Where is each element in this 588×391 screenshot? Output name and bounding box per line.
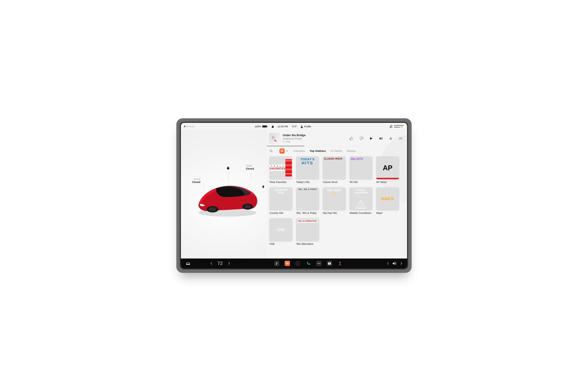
station-name: Country Hits <box>269 211 292 214</box>
car-visualization-panel: FrunkClosed TrunkClosed <box>181 130 267 259</box>
svg-rect-21 <box>282 151 282 152</box>
equalizer-icon[interactable] <box>399 137 403 140</box>
station-80s[interactable]: '80 Hits <box>350 156 372 184</box>
station-cover: T E S L AFAVORITESTTTTTTTTTTTTTTTTTTTT <box>269 156 292 179</box>
station-cover <box>323 156 346 179</box>
music-app-icon[interactable] <box>274 261 279 266</box>
tab-top-stations[interactable]: Top Stations <box>310 149 326 153</box>
station-name: Today's Hits <box>296 181 319 184</box>
chevron-down-icon <box>286 150 288 152</box>
svg-point-32 <box>317 263 318 264</box>
station-weekly[interactable]: TESLAWeekly Countdown <box>350 187 372 214</box>
station-ap[interactable]: APAP News <box>376 156 399 184</box>
svg-point-16 <box>401 138 402 139</box>
volume-controls <box>387 262 403 265</box>
thumbs-up-icon[interactable] <box>350 137 353 140</box>
arcade-app-icon[interactable] <box>337 261 343 266</box>
more-apps-icon[interactable] <box>316 261 322 266</box>
thumbs-down-icon[interactable] <box>359 137 363 140</box>
bottom-bar: 72 <box>181 259 407 268</box>
search-icon[interactable] <box>269 149 273 153</box>
track-title: Under the Bridge <box>283 134 306 137</box>
source-picker[interactable] <box>279 148 288 154</box>
next-track-icon[interactable] <box>379 137 383 140</box>
svg-rect-28 <box>288 263 289 264</box>
svg-point-17 <box>270 150 272 152</box>
volume-up-icon[interactable] <box>400 262 403 265</box>
now-playing-bar: Under the Bridge Heathered Pearls Chill <box>267 130 407 146</box>
station-tesla-fav[interactable]: T E S L AFAVORITESTTTTTTTTTTTTTTTTTTTTTe… <box>269 156 292 184</box>
broadcast-icon <box>283 141 285 143</box>
theater-app-icon[interactable] <box>327 261 332 266</box>
status-bar: PRND 100% 12:30 PM 72°F Profile PASSENGE… <box>181 123 407 130</box>
clock: 12:30 PM <box>278 125 288 128</box>
station-chill[interactable]: Chill <box>269 218 292 245</box>
svg-point-31 <box>297 263 298 263</box>
gear-indicator: PRND <box>184 125 195 128</box>
profile-button[interactable]: Profile <box>300 125 311 128</box>
media-panel: Under the Bridge Heathered Pearls Chill <box>267 130 407 259</box>
station-name: Weekly Countdown <box>350 211 372 214</box>
station-cover <box>296 187 319 210</box>
volume-icon[interactable] <box>392 262 397 265</box>
svg-rect-26 <box>287 263 288 264</box>
svg-rect-38 <box>340 263 340 265</box>
dashcam-app-icon[interactable] <box>295 261 300 266</box>
station-name: Chill <box>269 243 292 245</box>
track-artist: Heathered Pearls <box>283 137 306 140</box>
svg-point-12 <box>274 137 275 138</box>
station-name: '90s Alternative <box>296 243 319 245</box>
radio-source-icon <box>279 148 285 154</box>
car-render[interactable] <box>195 178 260 218</box>
station-cover: RAPX <box>376 187 399 210</box>
browse-tabs: FavoritesTop StationsDJ SeriesGenres <box>294 149 356 153</box>
station-cover <box>323 187 346 210</box>
station-hiphop[interactable]: Hip Hop Hits <box>323 187 346 214</box>
svg-rect-19 <box>281 151 281 151</box>
station-cover <box>296 156 319 179</box>
svg-point-30 <box>297 263 299 264</box>
svg-point-33 <box>319 263 319 264</box>
battery-percent: 100% <box>255 125 261 128</box>
svg-rect-24 <box>286 263 287 264</box>
svg-rect-11 <box>274 137 276 140</box>
tab-dj-series[interactable]: DJ Series <box>330 149 342 153</box>
station-name: '80 Hits <box>350 181 372 184</box>
temp-down-icon[interactable] <box>210 262 213 265</box>
stations-scroll[interactable]: T E S L AFAVORITESTTTTTTTTTTTTTTTTTTTTTe… <box>267 155 407 249</box>
station-name: '80s, '90s & Today <box>296 211 319 214</box>
car-app-icon[interactable] <box>185 262 191 265</box>
tab-genres[interactable]: Genres <box>347 149 356 153</box>
svg-point-34 <box>320 263 320 264</box>
phone-app-icon[interactable] <box>306 261 311 266</box>
tab-favorites[interactable]: Favorites <box>294 149 305 153</box>
climate-temp[interactable]: 72 <box>218 261 223 266</box>
album-art[interactable] <box>269 133 280 144</box>
station-rapx[interactable]: RAPXRapX <box>376 187 399 214</box>
volume-down-icon[interactable] <box>387 262 389 265</box>
trunk-button[interactable]: TrunkClosed <box>246 164 254 171</box>
lock-icon[interactable] <box>272 125 274 128</box>
play-icon[interactable] <box>369 137 373 140</box>
track-station: Chill <box>283 140 306 143</box>
favorite-star-icon[interactable] <box>389 137 393 140</box>
radio-app-icon[interactable] <box>285 261 290 266</box>
station-today[interactable]: Today's Hits <box>296 156 319 184</box>
station-country[interactable]: Country Hits <box>269 187 292 214</box>
svg-point-15 <box>400 137 401 138</box>
car-lock-icon[interactable] <box>226 166 230 170</box>
charge-bolt-icon[interactable] <box>262 185 265 190</box>
airbag-off-icon <box>389 125 393 128</box>
temp-up-icon[interactable] <box>228 262 230 265</box>
station-cover <box>296 218 319 241</box>
svg-point-14 <box>399 138 400 139</box>
battery-icon <box>262 125 267 128</box>
station-classic[interactable]: Classic Rock <box>323 156 346 184</box>
station-90alt[interactable]: '90s Alternative <box>296 218 319 245</box>
svg-rect-25 <box>287 263 287 265</box>
station-8090[interactable]: '80s, '90s & Today <box>296 187 319 214</box>
person-icon <box>300 125 303 128</box>
station-cover: AP <box>376 156 399 179</box>
svg-rect-27 <box>288 263 288 265</box>
svg-point-7 <box>209 207 216 211</box>
